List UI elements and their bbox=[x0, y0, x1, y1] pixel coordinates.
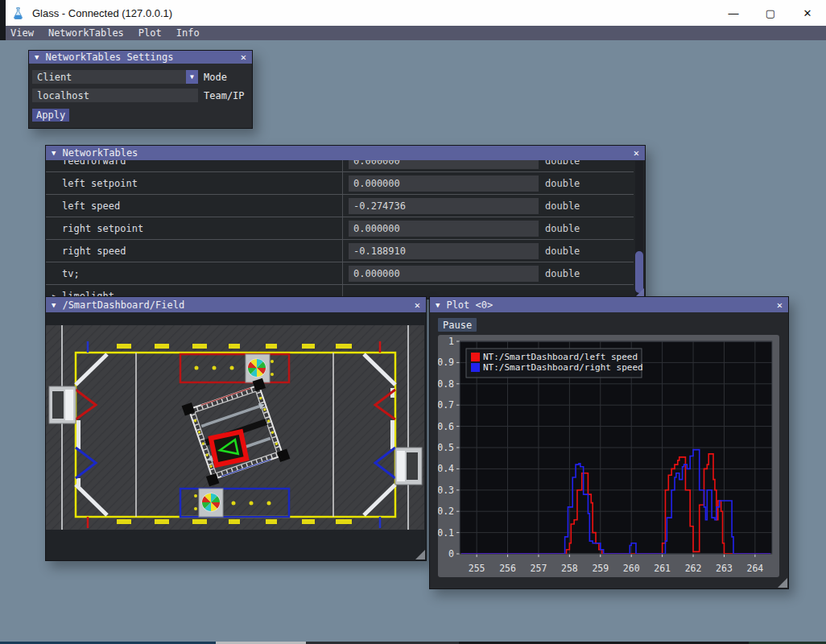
entry-value-input[interactable]: 0.000000 bbox=[349, 160, 539, 169]
networktables-table: feedforward0.000000doubleleft setpoint0.… bbox=[46, 160, 645, 299]
resize-grip[interactable] bbox=[415, 550, 425, 559]
y-tick-label: 0 bbox=[448, 548, 454, 559]
mode-select[interactable]: Client bbox=[32, 70, 186, 84]
color-wheel-top bbox=[247, 358, 266, 377]
close-icon[interactable]: ✕ bbox=[241, 52, 246, 62]
entry-value-input[interactable]: 0.000000 bbox=[349, 266, 539, 282]
table-row: left speed-0.274736double bbox=[46, 195, 634, 217]
networktables-window: ▼ NetworkTables ✕ feedforward0.000000dou… bbox=[45, 145, 646, 299]
apply-button[interactable]: Apply bbox=[32, 109, 69, 122]
x-tick-label: 257 bbox=[531, 563, 547, 574]
collapse-arrow-icon[interactable]: ▼ bbox=[436, 301, 440, 309]
entry-value-input[interactable]: -0.188910 bbox=[349, 243, 539, 259]
screen: Glass - Connected (127.0.0.1) — ▢ ✕ View… bbox=[0, 0, 826, 644]
table-row: tv;0.000000double bbox=[46, 262, 634, 285]
entry-name: left setpoint bbox=[46, 178, 345, 189]
y-tick-label: 0.3 bbox=[438, 485, 454, 496]
y-tick-label: 0.6 bbox=[438, 421, 454, 432]
entry-type: double bbox=[545, 223, 580, 234]
entry-name: right setpoint bbox=[46, 223, 345, 234]
x-tick-label: 259 bbox=[592, 563, 609, 574]
menu-item-plot[interactable]: Plot bbox=[131, 26, 169, 40]
driver-station-right bbox=[395, 448, 422, 485]
entry-name: tv; bbox=[46, 268, 345, 279]
field-canvas[interactable] bbox=[46, 325, 424, 530]
table-rows: feedforward0.000000doubleleft setpoint0.… bbox=[46, 160, 634, 299]
entry-value-input[interactable]: 0.000000 bbox=[349, 221, 539, 237]
close-icon[interactable]: ✕ bbox=[415, 300, 420, 310]
y-tick-label: 1 bbox=[448, 336, 454, 347]
field-window-titlebar[interactable]: ▼ /SmartDashboard/Field ✕ bbox=[46, 297, 426, 312]
collapse-arrow-icon[interactable]: ▼ bbox=[52, 301, 56, 309]
x-tick-label: 260 bbox=[623, 563, 640, 574]
close-button[interactable]: ✕ bbox=[789, 0, 826, 26]
y-tick-label: 0.1 bbox=[438, 527, 454, 539]
color-wheel-bottom bbox=[201, 493, 220, 511]
field-window: ▼ /SmartDashboard/Field ✕ bbox=[45, 296, 427, 561]
team-ip-row: localhost Team/IP bbox=[32, 89, 245, 102]
os-titlebar[interactable]: Glass - Connected (127.0.0.1) — ▢ ✕ bbox=[0, 0, 826, 27]
x-tick-label: 255 bbox=[469, 563, 485, 574]
legend-label[interactable]: NT:/SmartDashboard/right speed bbox=[483, 362, 643, 373]
menu-item-info[interactable]: Info bbox=[169, 26, 207, 40]
y-tick-label: 0.5 bbox=[438, 442, 454, 453]
entry-value-input[interactable]: -0.274736 bbox=[349, 198, 539, 214]
close-icon[interactable]: ✕ bbox=[777, 300, 783, 310]
legend-label[interactable]: NT:/SmartDashboard/left speed bbox=[483, 352, 638, 362]
vertical-scrollbar[interactable] bbox=[635, 161, 643, 297]
window-controls: — ▢ ✕ bbox=[715, 0, 826, 26]
flask-icon bbox=[11, 6, 25, 20]
apply-row: Apply bbox=[32, 109, 69, 122]
plot-window-titlebar[interactable]: ▼ Plot <0> ✕ bbox=[430, 297, 788, 312]
x-tick-label: 263 bbox=[716, 563, 733, 574]
menu-item-view[interactable]: View bbox=[3, 26, 41, 40]
window-corner-notch bbox=[0, 0, 6, 40]
menu-item-networktables[interactable]: NetworkTables bbox=[41, 26, 131, 40]
chevron-down-icon[interactable]: ▼ bbox=[186, 70, 198, 84]
y-tick-label: 0.9 bbox=[438, 357, 454, 368]
maximize-button[interactable]: ▢ bbox=[752, 0, 789, 26]
mode-row: Client ▼ Mode bbox=[32, 70, 227, 84]
legend-swatch[interactable] bbox=[471, 353, 480, 361]
robot-marker[interactable] bbox=[211, 431, 246, 464]
entry-name: right speed bbox=[46, 246, 345, 257]
resize-grip[interactable] bbox=[778, 578, 787, 588]
settings-window-title: NetworkTables Settings bbox=[45, 52, 173, 63]
close-icon[interactable]: ✕ bbox=[634, 148, 639, 158]
collapse-arrow-icon[interactable]: ▼ bbox=[52, 149, 56, 157]
x-tick-label: 264 bbox=[746, 563, 763, 574]
legend-swatch[interactable] bbox=[471, 363, 480, 372]
table-row: right setpoint0.000000double bbox=[46, 217, 634, 240]
networktables-window-titlebar[interactable]: ▼ NetworkTables ✕ bbox=[46, 146, 645, 160]
team-ip-input[interactable]: localhost bbox=[32, 89, 198, 102]
entry-value-input[interactable]: 0.000000 bbox=[349, 175, 539, 192]
settings-window-titlebar[interactable]: ▼ NetworkTables Settings ✕ bbox=[29, 51, 252, 64]
pause-button[interactable]: Pause bbox=[438, 318, 477, 332]
x-tick-label: 256 bbox=[499, 563, 516, 574]
table-row: right speed-0.188910double bbox=[46, 240, 634, 262]
table-row: left setpoint0.000000double bbox=[46, 172, 634, 195]
minimize-button[interactable]: — bbox=[715, 0, 752, 26]
entry-type: double bbox=[545, 178, 580, 189]
plot-canvas[interactable]: 25525625725825926026126226326400.10.20.3… bbox=[438, 335, 779, 577]
scrollbar-thumb[interactable] bbox=[635, 251, 643, 293]
menubar: ViewNetworkTablesPlotInfo bbox=[0, 26, 826, 40]
entry-type: double bbox=[545, 200, 580, 212]
y-tick-label: 0.8 bbox=[438, 378, 454, 390]
x-tick-label: 262 bbox=[685, 563, 702, 574]
team-ip-label: Team/IP bbox=[204, 90, 245, 101]
driver-station-left bbox=[49, 386, 76, 423]
entry-type: double bbox=[545, 160, 580, 167]
y-tick-label: 0.2 bbox=[438, 506, 454, 517]
y-tick-label: 0.7 bbox=[438, 399, 454, 411]
entry-type: double bbox=[545, 246, 580, 257]
y-tick-label: 0.4 bbox=[438, 463, 454, 474]
x-tick-label: 261 bbox=[654, 563, 671, 574]
entry-name: feedforward bbox=[46, 160, 345, 167]
mode-label: Mode bbox=[204, 72, 227, 83]
networktables-window-title: NetworkTables bbox=[62, 147, 138, 159]
plot-window-body: Pause 25525625725825926026126226326400.1… bbox=[430, 312, 788, 588]
table-row: feedforward0.000000double bbox=[46, 160, 634, 172]
plot-window-title: Plot <0> bbox=[446, 299, 493, 311]
collapse-arrow-icon[interactable]: ▼ bbox=[35, 53, 39, 61]
